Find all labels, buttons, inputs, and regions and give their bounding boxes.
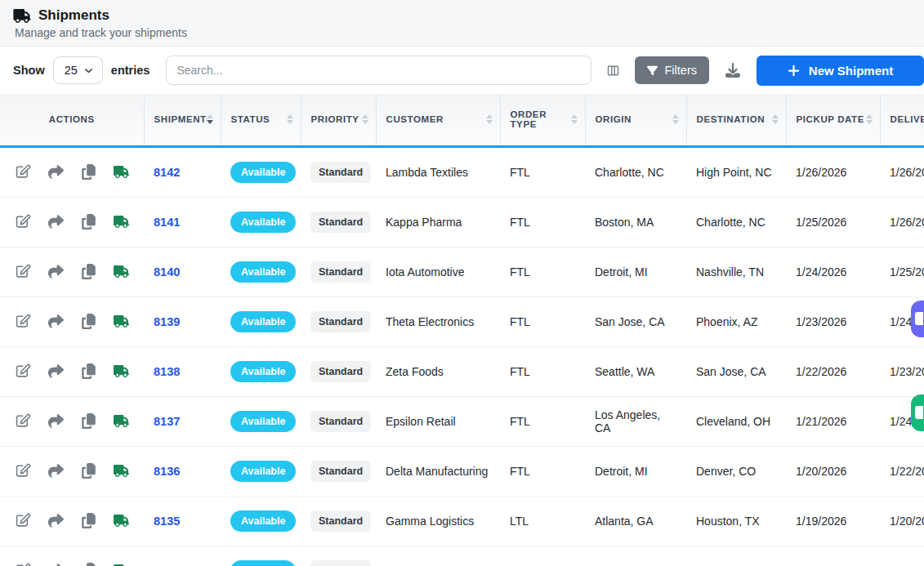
edit-button[interactable] (16, 563, 31, 566)
share-icon (48, 563, 64, 566)
column-header-origin[interactable]: Origin (585, 94, 686, 146)
copy-button[interactable] (81, 363, 96, 379)
customer-name: Zeta Foods (386, 365, 444, 378)
share-button[interactable] (48, 164, 64, 180)
share-button[interactable] (48, 463, 64, 479)
filters-button[interactable]: Filters (635, 56, 709, 84)
column-header-label: Priority (311, 114, 359, 124)
column-header-status[interactable]: Status (221, 94, 301, 146)
customer-name: Iota Automotive (386, 265, 465, 279)
edit-icon (16, 413, 31, 429)
edit-button[interactable] (16, 314, 31, 329)
column-header-destination[interactable]: Destination (686, 94, 786, 146)
copy-button[interactable] (81, 413, 96, 429)
delivery-date: 1/20/2026 (890, 515, 924, 528)
customer-name: Epsilon Retail (386, 415, 456, 428)
copy-icon (81, 463, 96, 479)
edit-icon (16, 264, 31, 279)
copy-icon (81, 513, 96, 528)
delivery-date: 1/22/2026 (890, 465, 924, 478)
edit-button[interactable] (16, 164, 31, 180)
order-type: FTL (510, 166, 530, 179)
origin: Detroit, MI (595, 265, 648, 279)
shipments-table: ActionsShipmentStatusPriorityCustomerOrd… (0, 94, 924, 566)
edit-icon (16, 314, 31, 329)
shipment-id-link[interactable]: 8138 (154, 365, 180, 378)
priority-badge: Standard (310, 261, 371, 283)
edit-button[interactable] (16, 363, 31, 379)
sort-carets-icon (207, 114, 213, 124)
truck-button[interactable] (114, 413, 129, 429)
truck-icon (114, 413, 129, 429)
edit-button[interactable] (16, 513, 31, 528)
copy-button[interactable] (81, 264, 96, 279)
destination: Charlotte, NC (696, 216, 766, 229)
table-row: 8138AvailableStandardZeta FoodsFTLSeattl… (0, 346, 924, 396)
truck-button[interactable] (114, 513, 129, 528)
copy-button[interactable] (81, 214, 96, 230)
note-icon (915, 406, 923, 419)
share-button[interactable] (48, 563, 64, 566)
column-header-priority[interactable]: Priority (301, 94, 376, 146)
export-download-button[interactable] (722, 60, 743, 81)
share-button[interactable] (48, 513, 64, 528)
copy-button[interactable] (81, 314, 96, 329)
shipment-id-link[interactable]: 8136 (154, 465, 180, 478)
shipment-id-link[interactable]: 8139 (154, 315, 180, 328)
destination: Cleveland, OH (696, 415, 770, 428)
truck-button[interactable] (114, 314, 129, 329)
share-button[interactable] (48, 413, 64, 429)
pickup-date: 1/23/2026 (796, 315, 846, 328)
truck-button[interactable] (114, 463, 129, 479)
truck-button[interactable] (114, 264, 129, 279)
edit-button[interactable] (16, 264, 31, 279)
origin: San Jose, CA (595, 315, 665, 328)
chat-widget-button[interactable] (911, 301, 924, 337)
truck-icon (13, 9, 31, 23)
truck-button[interactable] (114, 164, 129, 180)
new-shipment-button[interactable]: New Shipment (757, 56, 924, 86)
column-header-customer[interactable]: Customer (376, 94, 500, 146)
shipment-id-link[interactable]: 8140 (154, 265, 180, 279)
truck-button[interactable] (114, 214, 129, 230)
column-header-shipment[interactable]: Shipment (144, 94, 221, 146)
column-visibility-button[interactable] (603, 60, 623, 81)
truck-icon (114, 513, 129, 528)
destination: High Point, NC (696, 166, 772, 179)
share-button[interactable] (48, 314, 64, 329)
search-input[interactable] (166, 56, 591, 85)
column-header-pickup-date[interactable]: Pickup Date (786, 94, 880, 146)
truck-button[interactable] (114, 363, 129, 379)
order-type: LTL (510, 515, 529, 528)
feedback-widget-button[interactable] (911, 394, 924, 431)
edit-button[interactable] (16, 413, 31, 429)
status-badge: Available (230, 261, 296, 283)
truck-button[interactable] (114, 563, 129, 566)
copy-button[interactable] (81, 463, 96, 479)
page-size-select[interactable]: 25 (53, 56, 103, 84)
share-button[interactable] (48, 264, 64, 279)
status-badge: Available (230, 162, 296, 183)
sort-carets-icon (287, 114, 293, 124)
edit-icon (16, 363, 31, 379)
table-row: 8137AvailableStandardEpsilon RetailFTLLo… (0, 396, 924, 446)
column-header-order-type[interactable]: Order Type (500, 94, 585, 146)
delivery-date: 1/25/2026 (890, 265, 924, 279)
sort-carets-icon (486, 114, 493, 124)
shipment-id-link[interactable]: 8135 (154, 515, 180, 528)
edit-button[interactable] (16, 463, 31, 479)
pickup-date: 1/19/2026 (796, 515, 846, 528)
shipment-id-link[interactable]: 8142 (154, 166, 180, 179)
copy-button[interactable] (81, 513, 96, 528)
sort-carets-icon (571, 114, 578, 124)
copy-button[interactable] (81, 563, 96, 566)
origin: Seattle, WA (595, 365, 654, 378)
share-button[interactable] (48, 363, 64, 379)
shipment-id-link[interactable]: 8137 (154, 415, 180, 428)
copy-button[interactable] (81, 164, 96, 180)
share-button[interactable] (48, 214, 64, 230)
share-icon (48, 413, 64, 429)
column-header-delivery-date[interactable]: Delivery Date (880, 94, 924, 146)
edit-button[interactable] (16, 214, 31, 230)
shipment-id-link[interactable]: 8141 (154, 216, 180, 229)
